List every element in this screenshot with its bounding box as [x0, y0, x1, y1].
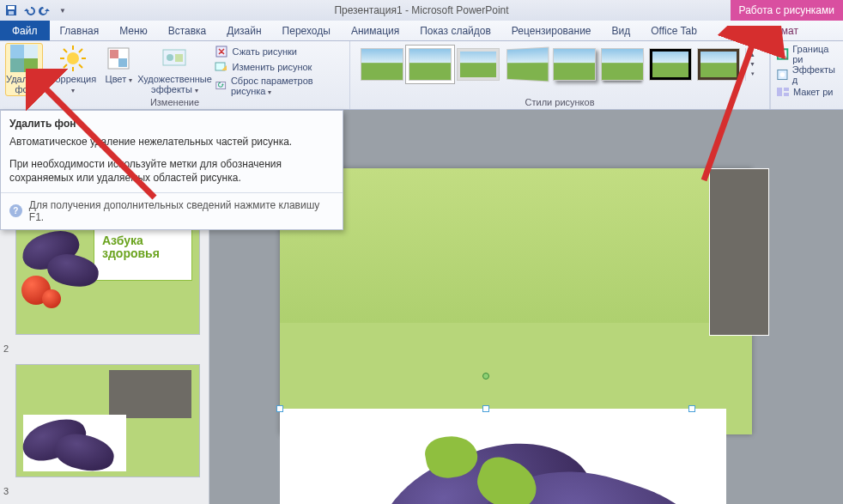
tooltip-title: Удалить фон [1, 111, 343, 133]
ribbon-tabs: Файл Главная Меню Вставка Дизайн Переход… [0, 21, 843, 41]
tab-view[interactable]: Вид [602, 21, 641, 40]
svg-point-6 [67, 52, 79, 64]
picture-style-thumb[interactable] [506, 47, 549, 82]
title-bar: ▼ Презентация1 - Microsoft PowerPoint Ра… [0, 0, 843, 21]
picture-border-label: Граница ри [792, 44, 840, 64]
picture-border-button[interactable]: Граница ри [776, 44, 840, 64]
remove-background-tooltip: Удалить фон Автоматическое удаление неже… [0, 110, 343, 230]
rotation-handle[interactable] [482, 373, 489, 380]
tooltip-text-1: Автоматическое удаление нежелательных ча… [1, 133, 343, 155]
artistic-effects-label: Художественные эффекты ▾ [137, 74, 212, 96]
picture-style-thumb[interactable] [409, 48, 452, 81]
change-picture-label: Изменить рисунок [232, 62, 312, 72]
remove-background-button[interactable]: Удалить фон [5, 43, 43, 96]
svg-point-19 [167, 54, 173, 61]
tab-menu[interactable]: Меню [109, 21, 157, 40]
tooltip-f1-text: Для получения дополнительных сведений на… [29, 199, 334, 223]
tab-file[interactable]: Файл [0, 21, 50, 40]
svg-line-13 [79, 49, 82, 52]
tab-home[interactable]: Главная [50, 21, 110, 40]
resize-handle[interactable] [688, 405, 695, 412]
ribbon: Удалить фон Коррекция ▾ Цвет ▾ Художеств… [0, 41, 843, 110]
reset-picture-label: Сброс параметров рисунка ▾ [231, 76, 344, 96]
svg-rect-17 [118, 58, 127, 67]
svg-rect-28 [784, 88, 789, 91]
contextual-tab-label: Работа с рисунками [731, 0, 843, 21]
svg-rect-27 [777, 88, 782, 96]
slide-thumb-2[interactable] [15, 364, 200, 477]
group-label-styles: Стили рисунков [355, 97, 764, 109]
ribbon-group-picture-styles: ▲▼▾ Стили рисунков [350, 41, 770, 109]
svg-rect-5 [10, 45, 24, 72]
tab-animation[interactable]: Анимация [341, 21, 409, 40]
picture-effects-button[interactable]: Эффекты д [776, 64, 840, 85]
picture-styles-gallery: ▲▼▾ [355, 43, 764, 97]
artistic-effects-button[interactable]: Художественные эффекты ▾ [141, 43, 208, 96]
qat-dropdown-icon[interactable]: ▼ [55, 3, 70, 18]
svg-rect-1 [8, 6, 15, 9]
tab-transitions[interactable]: Переходы [272, 21, 341, 40]
compress-pictures-button[interactable]: Сжать рисунки [215, 45, 344, 58]
tab-insert[interactable]: Вставка [158, 21, 217, 40]
group-label-adjust: Изменение [5, 97, 344, 109]
help-icon: ? [9, 204, 22, 217]
svg-rect-16 [110, 50, 118, 58]
slide-number-2: 2 [3, 343, 209, 354]
remove-background-label: Удалить фон [6, 74, 42, 94]
slide1-title-text: Азбука здоровья [102, 234, 199, 261]
qat-undo-icon[interactable] [21, 3, 36, 18]
picture-style-thumb[interactable] [457, 48, 500, 81]
qat-redo-icon[interactable] [38, 3, 53, 18]
picture-styles-more-button[interactable]: ▲▼▾ [745, 48, 759, 81]
slide-thumb-1[interactable]: Азбука здоровья [15, 222, 200, 335]
svg-rect-29 [784, 93, 789, 96]
svg-line-12 [79, 64, 82, 68]
svg-rect-20 [175, 54, 183, 62]
current-slide [280, 168, 752, 434]
corrections-button[interactable]: Коррекция ▾ [50, 43, 96, 96]
color-button[interactable]: Цвет ▾ [103, 43, 134, 86]
picture-style-thumb[interactable] [601, 48, 644, 81]
compress-pictures-label: Сжать рисунки [232, 46, 297, 57]
picture-style-thumb[interactable] [361, 48, 403, 81]
color-label: Цвет ▾ [106, 74, 133, 86]
svg-line-11 [64, 49, 67, 52]
qat-save-icon[interactable] [3, 3, 19, 18]
tab-design[interactable]: Дизайн [216, 21, 271, 40]
picture-style-thumb[interactable] [553, 48, 596, 81]
reset-picture-button[interactable]: Сброс параметров рисунка ▾ [215, 76, 344, 96]
tab-review[interactable]: Рецензирование [501, 21, 602, 40]
tooltip-text-2: При необходимости используйте метки для … [1, 155, 343, 191]
picture-style-thumb[interactable] [649, 48, 692, 81]
tab-officetab[interactable]: Office Tab [640, 21, 707, 40]
resize-handle[interactable] [276, 405, 283, 412]
resize-handle[interactable] [482, 405, 489, 412]
picture-style-thumb[interactable] [697, 48, 740, 81]
tab-slideshow[interactable]: Показ слайдов [409, 21, 501, 40]
ribbon-group-adjust: Удалить фон Коррекция ▾ Цвет ▾ Художеств… [0, 41, 350, 109]
picture-layout-label: Макет ри [793, 87, 833, 97]
tab-format[interactable]: Формат [751, 21, 809, 40]
slide-number-3: 3 [3, 486, 209, 496]
quick-access-toolbar: ▼ [0, 3, 70, 18]
svg-rect-23 [216, 82, 226, 88]
corrections-label: Коррекция ▾ [50, 74, 96, 96]
picture-layout-button[interactable]: Макет ри [776, 85, 840, 99]
svg-point-26 [780, 72, 785, 77]
svg-rect-2 [9, 11, 14, 15]
svg-line-14 [64, 64, 67, 68]
ribbon-group-picture-border: Граница ри Эффекты д Макет ри [770, 41, 843, 109]
picture-effects-label: Эффекты д [792, 64, 840, 85]
slide-gray-block [709, 168, 769, 336]
window-title: Презентация1 - Microsoft PowerPoint [334, 4, 508, 16]
change-picture-button[interactable]: Изменить рисунок [215, 60, 344, 74]
